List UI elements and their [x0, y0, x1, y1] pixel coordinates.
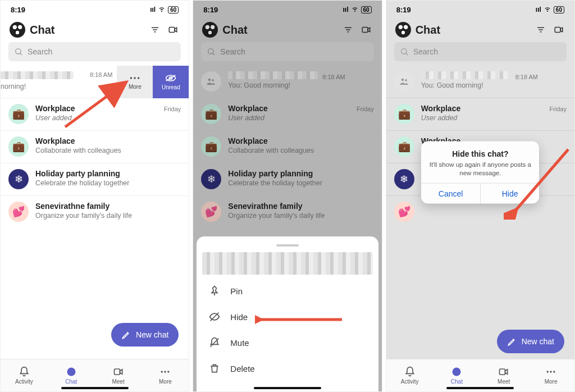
- avatar-hearts-icon: 💕: [8, 202, 29, 222]
- home-indicator: [446, 387, 514, 389]
- header: Chat: [1, 19, 189, 42]
- chat-row-workplace-2[interactable]: 💼 Workplace Collaborate with colleagues: [1, 131, 189, 163]
- ellipsis-icon: [129, 75, 140, 81]
- status-icons: ııl 60: [536, 6, 564, 14]
- chat-icon: [451, 366, 462, 377]
- svg-point-35: [401, 49, 406, 54]
- status-bar: 8:19 ııl 60: [386, 1, 574, 19]
- battery-icon: 60: [168, 6, 179, 13]
- tab-activity[interactable]: Activity: [1, 359, 48, 391]
- home-indicator: [254, 387, 321, 389]
- more-icon: [159, 366, 171, 377]
- tab-more[interactable]: More: [142, 359, 189, 391]
- avatar-snowflake-icon: ❄: [394, 169, 414, 189]
- search-icon: [14, 47, 23, 56]
- alert-message: It'll show up again if anyone posts a ne…: [429, 161, 531, 177]
- bell-icon: [19, 366, 30, 377]
- chat-row-family[interactable]: 💕 Senevirathne family Organize your fami…: [1, 196, 189, 229]
- svg-point-7: [134, 77, 136, 79]
- signal-icon: ııl: [150, 6, 156, 13]
- avatar-briefcase-icon: 💼: [8, 136, 29, 157]
- avatar-briefcase-icon: 💼: [394, 136, 414, 157]
- hide-alert: Hide this chat? It'll show up again if a…: [421, 142, 539, 204]
- filter-icon[interactable]: [148, 23, 162, 37]
- sheet-hide[interactable]: Hide: [197, 304, 378, 330]
- svg-point-44: [553, 371, 555, 372]
- svg-point-8: [138, 77, 139, 79]
- svg-point-14: [67, 368, 75, 376]
- more-icon: [545, 366, 556, 377]
- search-input[interactable]: Search: [394, 42, 567, 61]
- home-indicator: [61, 387, 129, 389]
- alert-hide-button[interactable]: Hide: [480, 184, 540, 204]
- alert-title: Hide this chat?: [429, 149, 531, 158]
- alert-cancel-button[interactable]: Cancel: [421, 184, 480, 204]
- status-bar: 8:19 ııl 60: [1, 1, 189, 19]
- swipe-actions: More Unread: [117, 66, 189, 98]
- chat-row-swiped[interactable]: norning! 8:18 AM More Unread: [1, 66, 189, 98]
- filter-icon[interactable]: [534, 23, 547, 37]
- avatar-briefcase-icon: 💼: [394, 104, 414, 124]
- screen-action-sheet: 8:19 ııl 60 Chat Search 8:18 AM You: Goo…: [193, 0, 382, 392]
- tab-more[interactable]: More: [527, 359, 574, 391]
- svg-point-17: [165, 371, 166, 372]
- app-logo[interactable]: [10, 22, 25, 38]
- trash-icon: [209, 363, 220, 374]
- sheet-header: [202, 252, 372, 275]
- mute-icon: [209, 337, 220, 348]
- chat-row-workplace-1[interactable]: 💼 WorkplaceFriday User added: [1, 98, 189, 131]
- sheet-mute[interactable]: Mute: [197, 330, 378, 355]
- app-logo[interactable]: [395, 22, 411, 38]
- search-input[interactable]: Search: [8, 42, 181, 61]
- svg-point-43: [550, 371, 551, 372]
- signal-icon: ııl: [536, 6, 541, 13]
- chat-row-0[interactable]: 8:18 AM You: Good morning!: [386, 66, 574, 98]
- svg-line-5: [20, 53, 22, 55]
- video-icon: [498, 366, 509, 377]
- meet-now-icon[interactable]: [166, 23, 180, 37]
- swipe-more-button[interactable]: More: [117, 66, 153, 98]
- screen-swipe-actions: 8:19 ııl 60 Chat Search norning!: [0, 0, 189, 392]
- chat-row-holiday[interactable]: ❄ Holiday party planning Celebrate the h…: [1, 163, 189, 196]
- new-chat-fab[interactable]: New chat: [497, 330, 564, 353]
- search-placeholder: Search: [28, 47, 52, 56]
- svg-rect-34: [555, 28, 560, 33]
- svg-line-36: [405, 53, 407, 55]
- clock: 8:19: [11, 6, 25, 14]
- hide-icon: [209, 311, 220, 322]
- chat-icon: [66, 366, 77, 377]
- action-sheet: Pin Hide Mute Delete: [197, 236, 378, 391]
- sheet-handle[interactable]: [276, 244, 299, 247]
- svg-point-40: [453, 368, 461, 376]
- avatar-people-icon: [394, 71, 414, 92]
- unread-icon: [165, 74, 176, 82]
- sheet-pin[interactable]: Pin: [197, 278, 378, 304]
- redacted-header: [202, 252, 372, 275]
- svg-point-4: [16, 49, 21, 54]
- pin-icon: [209, 285, 220, 297]
- status-icons: ııl 60: [150, 6, 179, 14]
- svg-point-38: [405, 79, 407, 81]
- tab-activity[interactable]: Activity: [386, 359, 433, 391]
- wifi-icon: [544, 6, 551, 14]
- clock: 8:19: [396, 6, 411, 14]
- page-title: Chat: [30, 24, 144, 37]
- wifi-icon: [158, 6, 166, 14]
- page-title: Chat: [416, 24, 530, 37]
- svg-point-18: [168, 371, 170, 372]
- compose-icon: [121, 330, 131, 340]
- swipe-unread-button[interactable]: Unread: [153, 66, 189, 98]
- compose-icon: [507, 336, 517, 347]
- avatar-briefcase-icon: 💼: [8, 104, 29, 124]
- header: Chat: [386, 19, 574, 42]
- sheet-delete[interactable]: Delete: [197, 355, 378, 381]
- avatar-hearts-icon: 💕: [394, 202, 414, 222]
- meet-now-icon[interactable]: [552, 23, 565, 37]
- chat-row-workplace-1[interactable]: 💼 WorkplaceFriday User added: [386, 98, 574, 131]
- new-chat-fab[interactable]: New chat: [111, 323, 179, 347]
- svg-point-16: [161, 371, 163, 372]
- svg-point-6: [130, 77, 132, 79]
- svg-rect-41: [500, 369, 505, 375]
- screen-confirm-hide: 8:19 ııl 60 Chat Search 8:18 AM You: Goo…: [386, 0, 575, 392]
- search-icon: [400, 47, 409, 56]
